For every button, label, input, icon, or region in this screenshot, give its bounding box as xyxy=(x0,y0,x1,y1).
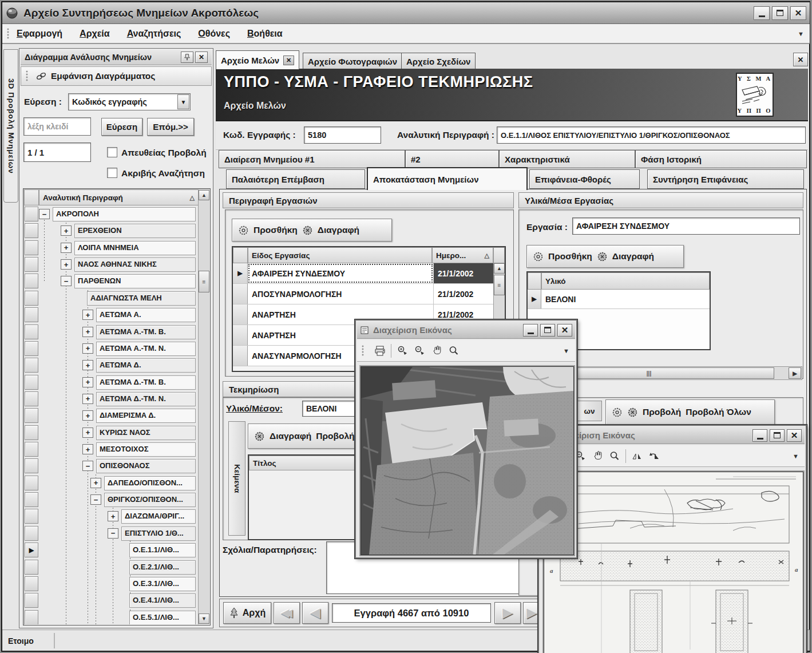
tree-row-selector[interactable] xyxy=(25,240,38,255)
next-record-button[interactable]: ▶ xyxy=(494,602,521,624)
tree-node-label[interactable]: ΝΑΟΣ ΑΘΗΝΑΣ ΝΙΚΗΣ xyxy=(74,258,196,272)
expand-icon[interactable]: + xyxy=(82,327,93,337)
keyword-input[interactable] xyxy=(23,117,91,136)
pan-hand-icon[interactable] xyxy=(589,448,606,464)
magnifier-icon[interactable] xyxy=(445,343,462,359)
toolbar-overflow-icon[interactable]: ▼ xyxy=(793,453,799,460)
toolbar-overflow-icon[interactable]: ▼ xyxy=(563,347,569,354)
collapse-icon[interactable]: − xyxy=(82,461,93,471)
tree-row-selector[interactable] xyxy=(25,291,38,306)
menu-item-3[interactable]: Οθόνες xyxy=(198,29,230,39)
work-type-cell[interactable]: ΑΠΟΣΥΝΑΡΜΟΛΟΓΗΣΗ xyxy=(248,284,433,304)
tab-monument-restoration[interactable]: Αποκατάσταση Μνημείων xyxy=(367,167,528,190)
tree-row-selector[interactable] xyxy=(25,223,38,238)
expand-icon[interactable]: + xyxy=(82,310,93,320)
row-selector[interactable]: ▶ xyxy=(233,263,248,283)
works-delete-button[interactable]: Διαγραφή xyxy=(318,225,359,235)
menu-item-4[interactable]: Βοήθεια xyxy=(247,29,283,39)
work-field[interactable]: ΑΦΑΙΡΕΣΗ ΣΥΝΔΕΣΜΟΥ xyxy=(572,217,800,235)
tab-drawings-archive[interactable]: Αρχείο Σχεδίων xyxy=(401,53,476,69)
tree-header-cell[interactable]: Αναλυτική Περιγραφή △ xyxy=(39,189,199,205)
material-row[interactable]: ▶ΒΕΛΟΝΙ xyxy=(528,290,710,309)
record-desc-field[interactable]: Ο.Ε.1.1/ΛΙΘΟΣ ΕΠΙΣΤΥΛΙΟΥ/ΕΠΙΣΤΥΛΙΟ 1/ΘΡΙ… xyxy=(497,126,806,144)
expand-icon[interactable]: + xyxy=(82,394,93,404)
material-cell[interactable]: ΒΕΛΟΝΙ xyxy=(541,290,710,308)
tree-node-label[interactable]: ΜΕΣΟΤΟΙΧΟΣ xyxy=(96,442,196,457)
tab-members-archive[interactable]: Αρχείο Μελών ✕ xyxy=(216,50,299,69)
close-icon[interactable]: ✕ xyxy=(787,429,802,442)
tree-row-selector[interactable] xyxy=(25,576,38,591)
toolbar-grip[interactable] xyxy=(26,70,29,82)
show-diagram-button[interactable]: Εμφάνιση Διαγράμματος xyxy=(51,71,155,81)
tab-division-1[interactable]: Διαίρεση Μνημείου #1 xyxy=(219,150,405,168)
works-col-date[interactable]: Ημερο...△ xyxy=(432,247,493,263)
row-selector[interactable]: ▶ xyxy=(528,290,541,308)
flip-horizontal-icon[interactable] xyxy=(628,448,645,464)
works-add-button[interactable]: Προσθήκη xyxy=(253,225,298,235)
print-icon[interactable] xyxy=(371,343,389,359)
scroll-down-icon[interactable]: ▼ xyxy=(199,614,209,624)
minimize-icon[interactable] xyxy=(523,324,538,337)
expand-icon[interactable]: + xyxy=(90,478,101,488)
work-type-cell[interactable]: ΑΦΑΙΡΕΣΗ ΣΥΝΔΕΣΜΟΥ xyxy=(248,263,433,283)
tree-row-selector[interactable]: ▶ xyxy=(25,543,38,557)
exact-search-checkbox[interactable] xyxy=(107,168,117,178)
tree-node-label[interactable]: ΑΚΡΟΠΟΛΗ xyxy=(53,207,196,221)
side-tab-3d-view[interactable]: 3D Προβολή Μνημείων xyxy=(3,49,18,203)
docs-view-button[interactable]: Προβολή xyxy=(316,431,354,441)
tree-node-label[interactable]: ΑΕΤΩΜΑ Δ. xyxy=(96,358,196,373)
zoom-out-icon[interactable] xyxy=(411,343,428,359)
tree-node-label[interactable]: ΑΕΤΩΜΑ Α. xyxy=(96,308,196,322)
tab-partial[interactable]: ων xyxy=(577,401,602,421)
prev-record-button[interactable]: ◀ xyxy=(302,602,328,624)
scrollbar-thumb[interactable]: ≡ xyxy=(494,275,505,295)
find-mode-combobox[interactable]: Κωδικός εγγραφής ▼ xyxy=(68,93,191,110)
maximize-icon[interactable] xyxy=(770,429,785,442)
tabstrip-close-icon[interactable]: ✕ xyxy=(793,53,808,66)
toolbar-grip[interactable] xyxy=(362,345,365,357)
tree-node-label[interactable]: ΟΠΙΣΘΟΝΑΟΣ xyxy=(96,459,196,473)
row-selector[interactable] xyxy=(233,284,248,304)
scrollbar-thumb[interactable]: ≡ xyxy=(199,271,209,292)
tree-row-selector[interactable] xyxy=(25,560,38,575)
tree-node-label[interactable]: ΘΡΙΓΚΟΣ/ΟΠΙΣΘΟΝ... xyxy=(104,493,196,507)
docs-delete-button[interactable]: Διαγραφή xyxy=(270,431,311,441)
menu-item-0[interactable]: Εφαρμογή xyxy=(17,29,62,39)
tree-node-label[interactable]: Ο.Ε.2.1/ΛΙΘ... xyxy=(129,560,196,575)
works-col-type[interactable]: Είδος Εργασίας xyxy=(248,247,432,263)
tree-node-label[interactable]: ΕΠΙΣΤΥΛΙΟ 1/Θ... xyxy=(121,527,196,541)
expand-icon[interactable]: + xyxy=(82,444,93,454)
tree-node-label[interactable]: ΑΕΤΩΜΑ Α.-ΤΜ. Β. xyxy=(96,325,196,339)
tree-row-selector[interactable] xyxy=(25,476,38,490)
tab-division-2[interactable]: #2 xyxy=(405,150,499,168)
maximize-icon[interactable] xyxy=(540,324,555,337)
tree-row-selector[interactable] xyxy=(25,257,38,272)
tree-row-selector[interactable] xyxy=(25,307,38,322)
tree-row-selector[interactable] xyxy=(25,341,38,356)
row-selector[interactable] xyxy=(233,325,248,345)
tree-row-selector[interactable] xyxy=(25,509,38,524)
tree-node-label[interactable]: ΔΑΠΕΔΟ/ΟΠΙΣΘΟΝ... xyxy=(104,476,196,490)
tree-node-label[interactable]: ΔΙΑΖΩΜΑ/ΘΡΙΓ... xyxy=(121,509,196,524)
tree-node-label[interactable]: ΔΙΑΜΕΡΙΣΜΑ Δ. xyxy=(96,409,196,423)
expand-icon[interactable]: + xyxy=(82,343,93,354)
tree-row-selector[interactable] xyxy=(25,610,38,624)
tree-row-selector[interactable] xyxy=(25,408,38,423)
row-selector[interactable] xyxy=(233,346,248,366)
menu-item-2[interactable]: Αναζητήσεις xyxy=(127,29,181,39)
window-titlebar[interactable]: Διαχείριση Εικόνας ✕ xyxy=(357,322,575,339)
tree-node-label[interactable]: ΛΟΙΠΑ ΜΝΗΜΕΙΑ xyxy=(74,241,196,255)
tree-row-selector[interactable] xyxy=(25,425,38,440)
tab-photo-archive[interactable]: Αρχείο Φωτογραφιών xyxy=(303,53,402,69)
chevron-down-icon[interactable]: ▼ xyxy=(177,94,189,109)
collapse-icon[interactable]: − xyxy=(61,276,72,286)
scroll-up-icon[interactable]: ▲ xyxy=(494,263,505,274)
tree-node-label[interactable]: ΠΑΡΘΕΝΩΝ xyxy=(74,274,196,288)
menu-item-1[interactable]: Αρχεία xyxy=(80,29,110,39)
expand-icon[interactable]: + xyxy=(61,259,72,270)
expand-icon[interactable]: + xyxy=(61,243,72,253)
work-date-cell[interactable]: 21/1/2002 xyxy=(433,263,493,283)
close-icon[interactable]: ✕ xyxy=(790,6,806,20)
tab-characteristics[interactable]: Χαρακτηριστικά xyxy=(499,150,635,168)
tree-node-label[interactable]: Ο.Ε.1.1/ΛΙΘ... xyxy=(129,543,196,557)
